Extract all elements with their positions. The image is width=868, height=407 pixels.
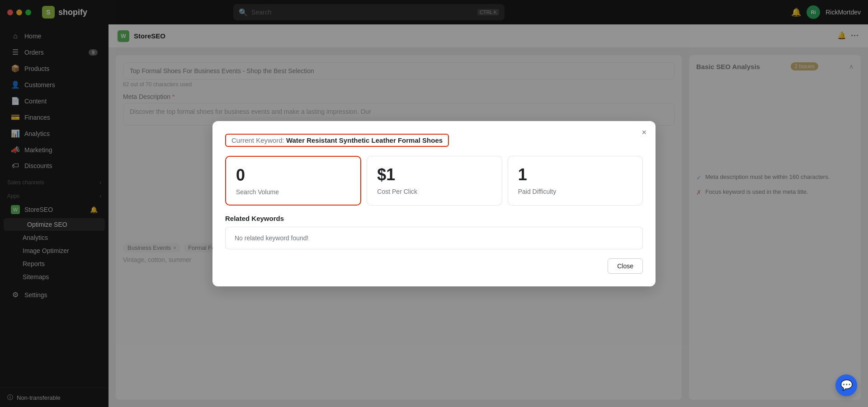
- no-keywords-box: No related keyword found!: [225, 227, 643, 249]
- cost-per-click-value: $1: [377, 165, 491, 184]
- keyword-modal: × Current Keyword: Water Resistant Synth…: [212, 121, 656, 286]
- paid-difficulty-value: 1: [518, 165, 632, 184]
- paid-difficulty-label: Paid Difficulty: [518, 188, 632, 195]
- search-volume-label: Search Volume: [236, 188, 350, 196]
- search-volume-value: 0: [236, 166, 350, 185]
- related-keywords-title: Related Keywords: [225, 215, 643, 222]
- modal-close-button[interactable]: ×: [642, 128, 646, 136]
- current-keyword-label: Current Keyword: Water Resistant Synthet…: [225, 134, 449, 147]
- keyword-value: Water Resistant Synthetic Leather Formal…: [286, 136, 443, 144]
- chat-bubble[interactable]: 💬: [835, 374, 857, 396]
- content-area: W StoreSEO 🔔 ··· Top Formal Shoes For Bu…: [108, 24, 868, 407]
- modal-keyword-header: Current Keyword: Water Resistant Synthet…: [225, 134, 643, 156]
- metric-card-search-volume: 0 Search Volume: [225, 156, 361, 206]
- keyword-prefix: Current Keyword:: [231, 136, 284, 144]
- chat-icon: 💬: [840, 379, 853, 391]
- page-content: Top Formal Shoes For Business Events - S…: [108, 48, 868, 407]
- modal-footer: Close: [225, 258, 643, 274]
- main-layout: ⌂ Home ☰ Orders 9 📦 Products 👤 Customers…: [0, 24, 868, 407]
- metric-card-paid-difficulty: 1 Paid Difficulty: [508, 156, 643, 206]
- close-button[interactable]: Close: [608, 258, 643, 274]
- modal-overlay: × Current Keyword: Water Resistant Synth…: [108, 48, 868, 407]
- metric-card-cost-per-click: $1 Cost Per Click: [367, 156, 502, 206]
- cost-per-click-label: Cost Per Click: [377, 188, 491, 195]
- metric-cards: 0 Search Volume $1 Cost Per Click 1 Paid…: [225, 156, 643, 206]
